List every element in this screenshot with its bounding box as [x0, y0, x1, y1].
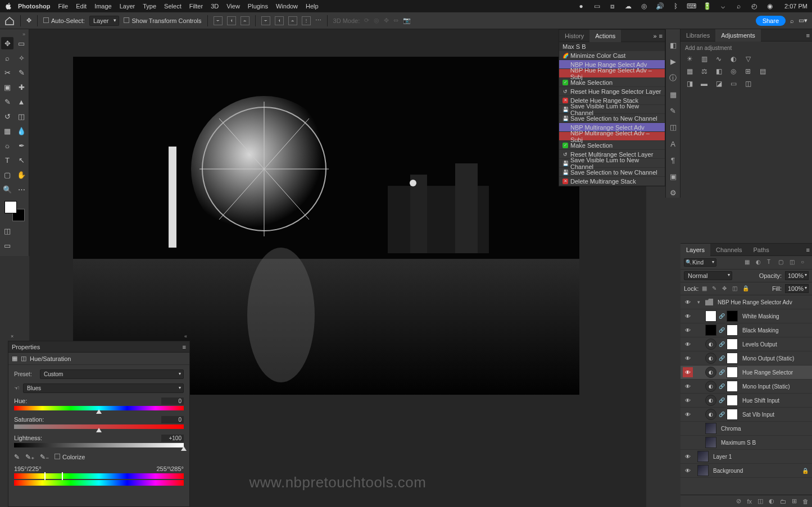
- frame-tool-icon[interactable]: ▣: [1, 81, 13, 93]
- color-balance-icon[interactable]: ⚖: [700, 67, 709, 76]
- new-group-icon[interactable]: 🗀: [780, 498, 786, 505]
- levels-icon[interactable]: ▥: [700, 54, 709, 63]
- curves-icon[interactable]: ∿: [714, 54, 723, 63]
- align-right-icon[interactable]: ⫠: [241, 16, 250, 25]
- color-lookup-icon[interactable]: ▤: [758, 67, 767, 76]
- layer-thumb[interactable]: [705, 437, 716, 448]
- color-panel-icon[interactable]: ◧: [668, 40, 678, 50]
- adjustment-thumb[interactable]: ◐: [705, 381, 716, 392]
- menu-3d[interactable]: 3D: [211, 3, 219, 10]
- eyedropper-subtract-icon[interactable]: ✎₋: [40, 453, 49, 461]
- chevron-down-icon[interactable]: ▾: [697, 299, 703, 305]
- mask-thumb[interactable]: [727, 381, 738, 392]
- blend-mode-select[interactable]: Normal: [684, 271, 732, 280]
- layer-row[interactable]: 👁🔗White Masking: [681, 309, 812, 323]
- mask-thumb[interactable]: [727, 367, 738, 378]
- collapse-panel-icon[interactable]: «: [184, 334, 187, 339]
- auto-select-checkbox[interactable]: Auto-Select:: [43, 17, 85, 24]
- zoom-tool-icon[interactable]: 🔍: [1, 183, 13, 195]
- panel-menu-icon[interactable]: ≡: [806, 246, 810, 253]
- show-transform-checkbox[interactable]: Show Transform Controls: [124, 17, 201, 24]
- clock[interactable]: 2:07 PM: [784, 3, 808, 10]
- layer-row[interactable]: 👁🔗Black Masking: [681, 323, 812, 337]
- path-selection-tool-icon[interactable]: ↖: [15, 154, 28, 166]
- search-icon[interactable]: ⌕: [790, 17, 794, 24]
- filter-type-icon[interactable]: T: [767, 259, 775, 267]
- crop-tool-icon[interactable]: ✂: [1, 66, 13, 79]
- menu-window[interactable]: Window: [276, 3, 298, 10]
- mask-thumb[interactable]: [727, 325, 738, 336]
- layer-row[interactable]: 👁◐🔗Sat Vib Input: [681, 408, 812, 422]
- layer-row[interactable]: 👁Background🔒: [681, 464, 812, 478]
- siri-icon[interactable]: ◉: [765, 2, 774, 11]
- threshold-icon[interactable]: ◪: [714, 79, 723, 88]
- battery-icon[interactable]: 🔋: [702, 2, 711, 11]
- tab-paths[interactable]: Paths: [748, 244, 775, 256]
- layer-thumb[interactable]: [705, 325, 716, 336]
- volume-icon[interactable]: 🔊: [655, 2, 664, 11]
- visibility-toggle-icon[interactable]: 👁: [683, 311, 693, 321]
- mask-thumb[interactable]: [727, 395, 738, 406]
- quick-mask-icon[interactable]: ◫: [1, 225, 13, 237]
- color-range-slider[interactable]: [14, 473, 184, 479]
- layer-row[interactable]: Maximum S B: [681, 436, 812, 450]
- healing-brush-tool-icon[interactable]: ✚: [15, 81, 28, 93]
- dropbox-icon[interactable]: ⧈: [608, 2, 617, 11]
- distribute-icon[interactable]: ⋮: [302, 16, 311, 25]
- layers-panel-icon[interactable]: ◫: [668, 122, 678, 132]
- visibility-toggle-icon[interactable]: 👁: [683, 409, 693, 419]
- layer-thumb[interactable]: [697, 465, 709, 476]
- visibility-toggle-icon[interactable]: 👁: [683, 367, 693, 377]
- align-left-icon[interactable]: ⫟: [214, 16, 223, 25]
- panel-menu-icon[interactable]: ≡: [659, 33, 663, 39]
- cloud-icon[interactable]: ☁: [624, 2, 633, 11]
- display-icon[interactable]: ▭: [592, 2, 601, 11]
- adjustment-thumb[interactable]: ◐: [705, 409, 716, 420]
- spotlight-icon[interactable]: ⌕: [734, 2, 743, 11]
- selective-color-icon[interactable]: ◫: [743, 79, 752, 88]
- posterize-icon[interactable]: ▬: [700, 79, 709, 88]
- lightness-value[interactable]: +100: [161, 435, 184, 442]
- panel-collapse-icon[interactable]: »: [653, 33, 656, 39]
- visibility-toggle-icon[interactable]: 👁: [683, 353, 693, 363]
- invert-icon[interactable]: ◨: [685, 79, 694, 88]
- layer-row[interactable]: 👁◐🔗Levels Output: [681, 337, 812, 351]
- action-item[interactable]: NBP Multirange Select Adv – Subj: [559, 132, 665, 141]
- edit-toolbar-icon[interactable]: ⋯: [15, 183, 28, 195]
- delete-layer-icon[interactable]: 🗑: [802, 498, 809, 505]
- move-tool-icon[interactable]: ✥: [1, 37, 13, 49]
- action-item[interactable]: 💾Save Selection to New Channel: [559, 114, 665, 123]
- visibility-toggle-icon[interactable]: 👁: [683, 325, 693, 335]
- layer-row[interactable]: 👁▾NBP Hue Range Selector Adv: [681, 295, 812, 309]
- new-adjustment-icon[interactable]: ◐: [769, 497, 774, 505]
- layer-thumb[interactable]: [705, 423, 716, 434]
- adjustment-thumb[interactable]: ◐: [705, 367, 716, 378]
- mask-thumb[interactable]: [727, 353, 738, 364]
- screen-mode-icon[interactable]: ▭: [1, 239, 13, 252]
- menu-layer[interactable]: Layer: [120, 3, 135, 10]
- brightness-icon[interactable]: ☀: [685, 54, 694, 63]
- gradient-tool-icon[interactable]: ▦: [1, 125, 13, 137]
- menu-image[interactable]: Image: [94, 3, 112, 10]
- adjustment-thumb[interactable]: ◐: [705, 395, 716, 406]
- color-swatches[interactable]: [4, 201, 25, 221]
- link-layers-icon[interactable]: ⊘: [736, 497, 741, 505]
- visibility-toggle-icon[interactable]: 👁: [683, 451, 693, 462]
- mask-thumb[interactable]: [727, 409, 738, 420]
- mask-thumb[interactable]: [727, 310, 738, 322]
- fill-input[interactable]: 100%: [785, 284, 809, 293]
- info-panel-icon[interactable]: ⓘ: [668, 73, 678, 83]
- history-brush-tool-icon[interactable]: ↺: [1, 110, 13, 122]
- eyedropper-icon[interactable]: ✎: [14, 453, 20, 461]
- filter-toggle-icon[interactable]: ○: [801, 259, 809, 267]
- action-item[interactable]: NBP Hue Range Select Adv – Subj: [559, 69, 665, 78]
- lock-artboard-icon[interactable]: ◫: [732, 285, 739, 292]
- lock-all-icon[interactable]: 🔒: [742, 285, 749, 292]
- adjustment-thumb[interactable]: ◐: [705, 339, 716, 350]
- gradient-map-icon[interactable]: ▭: [729, 79, 738, 88]
- filter-shape-icon[interactable]: ▢: [778, 259, 786, 267]
- type-tool-icon[interactable]: T: [1, 154, 13, 166]
- layer-row[interactable]: 👁Layer 1: [681, 450, 812, 464]
- mask-icon[interactable]: ◫: [21, 355, 26, 362]
- layer-thumb[interactable]: [705, 310, 716, 322]
